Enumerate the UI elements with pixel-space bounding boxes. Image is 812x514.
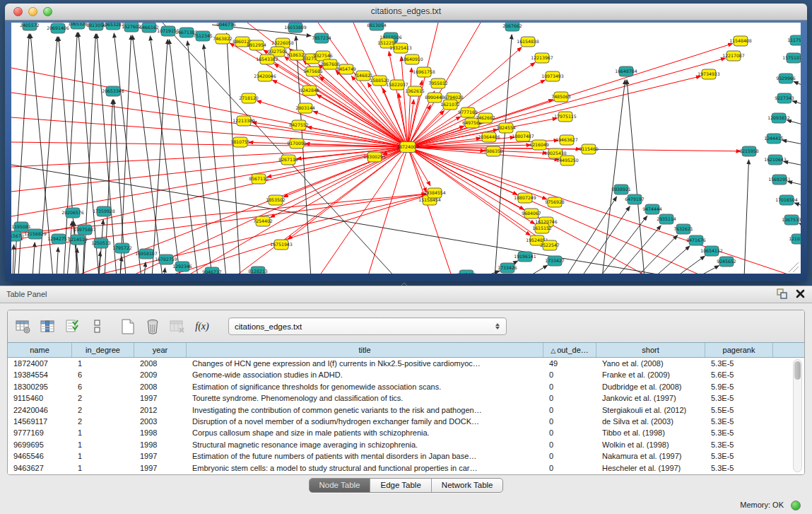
table-cell: 6 <box>72 381 134 392</box>
graph-node-label: 16648784 <box>615 69 637 74</box>
graph-node-label: 2718120 <box>239 95 259 100</box>
graph-node-label: 9245652 <box>717 259 736 264</box>
graph-node-label: 23226058 <box>271 40 294 45</box>
table-cell: Tibbo et al. (1998) <box>596 427 705 438</box>
network-canvas[interactable]: 2405572206914061065328881305610653287152… <box>11 23 801 274</box>
table-row[interactable]: 2242004622012Investigating the contribut… <box>8 404 804 416</box>
table-cell: Investigating the contribution of common… <box>187 404 543 416</box>
table-cell: 1 <box>72 450 134 462</box>
table-panel-header: Table Panel <box>0 286 812 303</box>
table-cell: 18724007 <box>8 358 72 369</box>
column-mapping-icon[interactable] <box>89 317 106 336</box>
memory-status-icon[interactable] <box>791 501 801 510</box>
column-header-in-degree[interactable]: in_degree <box>72 343 134 357</box>
tab-node-table[interactable]: Node Table <box>310 479 371 492</box>
column-header-short[interactable]: short <box>596 343 705 357</box>
table-row[interactable]: 946554611997Estimation of the future num… <box>8 450 804 462</box>
scrollbar-thumb[interactable] <box>794 361 801 380</box>
table-panel: Table Panel <box>0 286 812 514</box>
delete-entry-icon[interactable] <box>144 317 161 336</box>
column-header-year[interactable]: year <box>134 343 187 357</box>
column-header-title[interactable]: title <box>187 343 543 357</box>
graph-node-label: 9327546 <box>313 53 333 58</box>
graph-node-label: 9777169 <box>458 110 478 115</box>
delete-table-icon[interactable] <box>169 317 186 336</box>
table-cell: 1998 <box>134 439 187 450</box>
table-cell: Changes of HCN gene expression and I(f) … <box>187 358 543 369</box>
column-header-pagerank[interactable]: pagerank <box>705 343 773 357</box>
table-cell: Stergiakouli et al. (2012) <box>596 404 705 416</box>
close-window-button[interactable] <box>13 7 23 16</box>
graph-node-label: 13325413 <box>389 45 412 50</box>
table-row[interactable]: 1456911722003Disruption of a novel membe… <box>8 416 804 427</box>
table-cell: 9777169 <box>8 427 72 438</box>
table-cell: 0 <box>543 439 596 450</box>
table-cell: 0 <box>543 450 596 462</box>
table-cell: Nakamura et al. (1997) <box>596 450 705 462</box>
column-header-name[interactable]: name <box>8 343 72 357</box>
graph-node-label: 12213967 <box>531 55 553 60</box>
table-cell: Genome-wide association studies in ADHD. <box>187 369 543 380</box>
window-titlebar[interactable]: citations_edges.txt <box>5 4 807 21</box>
graph-node-label: 19734933 <box>698 71 720 76</box>
new-table-icon[interactable] <box>119 317 136 336</box>
table-cell: Structural magnetic resonance image aver… <box>187 439 543 450</box>
minimize-window-button[interactable] <box>28 7 37 16</box>
graph-node-label: 8813054 <box>367 23 387 28</box>
table-cell: 0 <box>543 392 596 404</box>
tab-edge-table[interactable]: Edge Table <box>370 479 431 492</box>
function-builder-icon[interactable]: f(x) <box>194 317 211 336</box>
table-row[interactable]: 1938455462009Genome-wide association stu… <box>8 369 804 380</box>
graph-node-label: 18640910 <box>401 57 423 62</box>
graph-node-label: 8267110 <box>278 157 298 162</box>
splitter-handle-icon[interactable] <box>401 282 408 286</box>
table-select-value: citations_edges.txt <box>229 322 491 331</box>
sort-ascending-icon: △ <box>551 347 555 354</box>
graph-node-label: 8471676 <box>686 238 706 243</box>
table-scrollbar[interactable] <box>793 359 802 472</box>
graph-node-label: 7955812 <box>428 81 448 86</box>
graph-node-label: 1621072 <box>440 102 460 107</box>
import-table-icon[interactable] <box>64 317 81 336</box>
graph-node-label: 19196141 <box>514 254 536 259</box>
table-row[interactable]: 977716911998Corpus callosum shape and si… <box>8 427 804 438</box>
graph-node-label: 9315670 <box>11 233 24 238</box>
graph-node-label: 9329966 <box>776 76 796 81</box>
graph-node-label: 11548408 <box>729 38 752 43</box>
table-cell: 9463627 <box>8 462 72 474</box>
table-cell: 2009 <box>134 369 187 380</box>
graph-node-label: 7462667 <box>476 115 495 120</box>
float-panel-icon[interactable] <box>777 288 787 299</box>
zoom-window-button[interactable] <box>43 7 52 16</box>
table-cell: 49 <box>543 358 596 369</box>
graph-node-label: 9046737 <box>202 269 222 274</box>
show-columns-icon[interactable] <box>40 317 57 336</box>
column-header-out-de-[interactable]: △out_de… <box>543 343 596 357</box>
desktop: citations_edges.txt 24055722069140610653… <box>0 0 812 514</box>
table-cell: Jankovic et al. (1997) <box>596 392 705 404</box>
table-row[interactable]: 946362711997Embryonic stem cells: a mode… <box>8 462 804 474</box>
table-cell: 5.3E-5 <box>705 358 773 369</box>
table-select-dropdown[interactable]: citations_edges.txt <box>228 317 507 335</box>
table-settings-icon[interactable] <box>15 317 32 336</box>
close-panel-icon[interactable] <box>796 289 805 298</box>
table-row[interactable]: 1872400712008Changes of HCN gene express… <box>8 358 804 369</box>
table-cell: 5.3E-5 <box>705 416 773 427</box>
graph-node-label: 16782759 <box>155 257 177 262</box>
graph-node-label: 18724007 <box>396 144 419 149</box>
graph-node-label: 18300295 <box>363 154 386 159</box>
table-cell: 5.6E-5 <box>705 369 773 380</box>
canvas-resize-grip[interactable] <box>789 262 799 272</box>
graph-node-label: 1195081 <box>11 224 31 229</box>
tab-network-table[interactable]: Network Table <box>432 479 503 492</box>
graph-node-label: 8912954 <box>247 42 266 47</box>
graph-node-label: 3824554 <box>496 125 516 130</box>
table-row[interactable]: 969969511998Structural magnetic resonanc… <box>8 439 804 450</box>
graph-node-label: 2867608 <box>320 62 340 66</box>
graph-node-label: 17359928 <box>93 209 115 214</box>
table-cell: 1997 <box>134 450 187 462</box>
table-row[interactable]: 911546021997Tourette syndrome. Phenomeno… <box>8 392 804 404</box>
table-row[interactable]: 1830029562008Estimation of significance … <box>8 381 804 392</box>
graph-node-label: 17016504 <box>775 197 798 202</box>
graph-node-label: 7857234 <box>312 35 331 40</box>
